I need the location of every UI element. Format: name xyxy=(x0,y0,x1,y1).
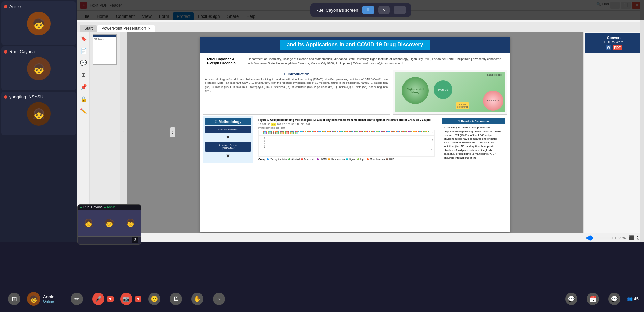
participant-name-ruel: Ruel Cayona xyxy=(4,49,35,54)
online-indicator: ● xyxy=(80,205,82,209)
pdf-author-names: Ruel Cayona* & Evelyn Creencia xyxy=(207,57,248,65)
screen-share-button[interactable]: 🖥 xyxy=(167,291,185,306)
emoji-icon: 🙂 xyxy=(148,293,160,305)
page-thumbnail-panel: PDF Content xyxy=(90,32,120,233)
pdf-icon: PDF xyxy=(613,45,622,50)
zoom-in-button[interactable]: + xyxy=(614,235,617,240)
methodology-box-plants: Medicinal Plants xyxy=(205,126,251,133)
signature-icon[interactable]: ✏️ xyxy=(79,107,88,115)
tab-close-button[interactable]: ✕ xyxy=(148,27,151,30)
emoji-button[interactable]: 🙂 xyxy=(146,291,163,306)
status-dot-yongting xyxy=(4,95,7,99)
results-title: 3. Results & Discussion xyxy=(442,118,505,124)
pdf-header-text: and its Applications in anti-COVID-19 Dr… xyxy=(287,42,423,47)
video-overlay: ● Ruel Cayona ● Annie 👧 🧒 👦 3 xyxy=(77,204,141,245)
foxit-right-panel: Convert PDF to Word W PDF xyxy=(583,32,644,233)
avatar-annie: 🧒 xyxy=(27,12,51,35)
page-thumbnail-1[interactable]: PDF Content xyxy=(93,34,117,65)
layers-icon[interactable]: ⊞ xyxy=(79,71,88,79)
zoom-out-button[interactable]: − xyxy=(582,235,585,240)
intro-title: 1. Introduction xyxy=(205,72,388,76)
annie-indicator: ● Annie xyxy=(104,205,116,209)
comment-icon[interactable]: 💬 xyxy=(79,59,88,67)
methodology-arrow-1: ▼ xyxy=(205,134,251,140)
foxit-left-icons: 🔖 📄 💬 ⊞ 📌 🔒 ✏️ xyxy=(77,32,90,233)
expand-panel-button[interactable]: › xyxy=(170,127,175,137)
raise-hand-button[interactable]: ✋ xyxy=(189,291,206,306)
more-button[interactable]: ⋯ xyxy=(394,6,406,14)
legend-decoy: *Decoy /Inhibitor xyxy=(267,158,287,160)
lock-icon[interactable]: 🔒 xyxy=(79,95,88,103)
pdf-authors: Ruel Cayona* & Evelyn Creencia Departmen… xyxy=(203,54,507,68)
vertical-scrollbar[interactable] xyxy=(640,32,644,233)
methodology-box-literature: Literature Search(PRISMA)² xyxy=(205,142,251,152)
participants-panel: Annie 🧒 Ruel Cayona 👦 yongting_NSYSU_...… xyxy=(0,0,77,242)
figure-caption: Figure 1. Computed binding free energies… xyxy=(258,118,435,122)
methodology-arrow-2: ▼ xyxy=(205,153,251,159)
monitor-button[interactable]: 🖥 xyxy=(362,6,374,14)
chat-button[interactable]: 💬 xyxy=(562,291,580,306)
pdf-sections-row2: 2. Methodology Medicinal Plants ▼ Litera… xyxy=(203,116,507,163)
messages-button[interactable]: 💬 xyxy=(606,291,623,306)
legend-misc: Miscellaneous xyxy=(367,158,385,160)
apps-icon: ⊞ xyxy=(8,293,20,305)
legend-hydrocarbon: Hydrocarbon xyxy=(328,158,345,160)
figure-image: PhytochemicalMining Phyto DB main protea… xyxy=(395,72,505,112)
zoom-slider[interactable] xyxy=(586,235,613,241)
legend-alkaloid: Alkaloid xyxy=(288,158,300,160)
pdf-view[interactable]: › and its Applications in anti-COVID-19 … xyxy=(127,32,583,233)
people-icon: 👥 xyxy=(627,296,633,301)
participant-name-yongting: yongting_NSYSU_... xyxy=(4,94,50,99)
foxit-tabbar: Start PowerPoint Presentation ✕ xyxy=(77,22,644,32)
user-info: 🧒 Annie Online xyxy=(27,292,54,306)
mic-dropdown-button[interactable]: ▼ xyxy=(107,296,114,302)
fit-window-button[interactable]: ⬛ xyxy=(629,235,634,240)
participant-card-yongting[interactable]: yongting_NSYSU_... 👧 xyxy=(1,92,76,135)
user-status: Online xyxy=(43,299,54,303)
meeting-controls-bar: Ruel Cayona's screen 🖥 ↖ ⋯ xyxy=(310,3,412,17)
video-muted-icon: 📷 xyxy=(120,293,132,305)
pencil-icon: ✏ xyxy=(71,293,83,305)
pin-icon[interactable]: 📌 xyxy=(79,83,88,91)
messages-icon: 💬 xyxy=(608,293,620,305)
video-grid: 👧 🧒 👦 xyxy=(78,210,141,237)
user-name: Annie xyxy=(43,294,54,299)
legend-hnmc: HNMC xyxy=(317,158,327,160)
word-icon: W xyxy=(606,45,611,50)
participant-card-annie[interactable]: Annie 🧒 xyxy=(1,1,76,45)
apps-button[interactable]: ⊞ xyxy=(5,291,23,306)
legend-oad: OAD xyxy=(386,158,394,160)
meeting-toolbar: ⊞ 🧒 Annie Online ✏ 🎤 ▼ 📷 ▼ 🙂 🖥 ✋ xyxy=(0,285,644,312)
intro-text: A novel strategy referred to as phytoche… xyxy=(205,77,388,93)
participant-name-annie: Annie xyxy=(4,4,21,9)
methodology-title: 2. Methodology xyxy=(205,118,251,125)
video-dropdown-button[interactable]: ▼ xyxy=(135,296,141,302)
video-button[interactable]: 📷 xyxy=(118,291,135,306)
panel-toggle-button[interactable]: ‹ xyxy=(120,32,127,233)
mic-button[interactable]: 🎤 xyxy=(90,291,107,306)
tab-start[interactable]: Start xyxy=(80,25,97,32)
more-reactions-button[interactable]: › xyxy=(210,291,228,306)
foxit-statusbar: ‹ ‹ 1 / 1 › › ⬜ ☰ ⬜⬜ ▦ − + 25% ⬛ ⛶ xyxy=(77,233,644,242)
avatar-yongting: 👧 xyxy=(27,102,51,126)
bookmark-icon[interactable]: 🔖 xyxy=(79,34,88,42)
video-control: 📷 ▼ xyxy=(118,291,141,306)
participant-card-ruel[interactable]: Ruel Cayona 👦 xyxy=(1,46,76,90)
video-count: 3 xyxy=(132,237,138,243)
calendar-button[interactable]: 📅 xyxy=(584,291,602,306)
cursor-button[interactable]: ↖ xyxy=(378,6,390,14)
foxit-window: F Foxit PDF Reader 🔍 Find — ⬜ ✕ File Hom… xyxy=(77,0,644,242)
draw-button[interactable]: ✏ xyxy=(68,291,86,306)
convert-pdf-panel[interactable]: Convert PDF to Word W PDF xyxy=(585,33,643,53)
pdf-intro-section: 1. Introduction A novel strategy referre… xyxy=(203,70,390,115)
tab-presentation[interactable]: PowerPoint Presentation ✕ xyxy=(97,25,155,32)
pdf-page: and its Applications in anti-COVID-19 Dr… xyxy=(200,37,510,232)
pages-icon[interactable]: 📄 xyxy=(79,46,88,55)
mic-control: 🎤 ▼ xyxy=(90,291,114,306)
hand-icon: ✋ xyxy=(191,293,203,305)
pdf-figure-panel: PhytochemicalMining Phyto DB main protea… xyxy=(393,70,507,115)
pdf-header: and its Applications in anti-COVID-19 Dr… xyxy=(200,37,510,53)
screen-share-label: Ruel Cayona's screen xyxy=(316,8,358,13)
chart-legend: Group *Decoy /Inhibitor Alkaloid Benzeno… xyxy=(258,158,435,160)
zoom-level: 25% xyxy=(618,236,626,240)
